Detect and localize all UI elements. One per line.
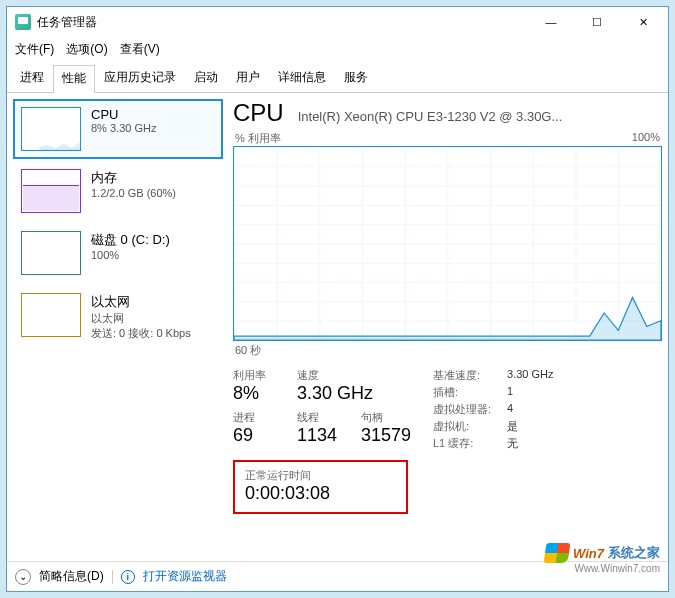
app-icon (15, 14, 31, 30)
sidebar: CPU 8% 3.30 GHz 内存 1.2/2.0 GB (60%) 磁盘 0… (13, 99, 223, 561)
menu-view[interactable]: 查看(V) (120, 41, 160, 58)
tab-app-history[interactable]: 应用历史记录 (95, 64, 185, 92)
windows-flag-icon (544, 543, 571, 563)
task-manager-window: 任务管理器 — ☐ ✕ 文件(F) 选项(O) 查看(V) 进程 性能 应用历史… (6, 6, 669, 592)
sidebar-mem-title: 内存 (91, 169, 176, 187)
sidebar-item-disk[interactable]: 磁盘 0 (C: D:) 100% (13, 223, 223, 283)
sidebar-cpu-title: CPU (91, 107, 156, 122)
tab-details[interactable]: 详细信息 (269, 64, 335, 92)
sidebar-item-memory[interactable]: 内存 1.2/2.0 GB (60%) (13, 161, 223, 221)
resmon-icon: i (121, 570, 135, 584)
uptime-label: 正常运行时间 (245, 468, 396, 483)
cpu-stats: 利用率 8% 速度 3.30 GHz 进程 69 (233, 368, 662, 514)
stat-speed: 速度 3.30 GHz (297, 368, 373, 404)
cpu-details: 基准速度:3.30 GHz 插槽:1 虚拟处理器:4 虚拟机:是 L1 缓存:无 (433, 368, 554, 514)
cpu-mini-chart (21, 107, 81, 151)
stat-processes: 进程 69 (233, 410, 283, 446)
tab-users[interactable]: 用户 (227, 64, 269, 92)
cpu-chart-svg (234, 147, 661, 340)
stat-threads: 线程 1134 (297, 410, 347, 446)
sidebar-mem-sub: 1.2/2.0 GB (60%) (91, 187, 176, 199)
main-panel: CPU Intel(R) Xeon(R) CPU E3-1230 V2 @ 3.… (233, 99, 662, 561)
minimize-button[interactable]: — (528, 7, 574, 37)
menu-options[interactable]: 选项(O) (66, 41, 107, 58)
menu-file[interactable]: 文件(F) (15, 41, 54, 58)
sidebar-net-sub2: 发送: 0 接收: 0 Kbps (91, 326, 191, 341)
memory-mini-chart (21, 169, 81, 213)
chart-xlabel: 60 秒 (235, 343, 261, 358)
tab-services[interactable]: 服务 (335, 64, 377, 92)
main-header: CPU Intel(R) Xeon(R) CPU E3-1230 V2 @ 3.… (233, 99, 662, 127)
chart-ylabel: % 利用率 (235, 131, 281, 146)
fewer-details-label[interactable]: 简略信息(D) (39, 568, 104, 585)
disk-mini-chart (21, 231, 81, 275)
fewer-details-button[interactable]: ⌄ (15, 569, 31, 585)
sidebar-net-sub1: 以太网 (91, 311, 191, 326)
titlebar[interactable]: 任务管理器 — ☐ ✕ (7, 7, 668, 37)
chart-ymax: 100% (632, 131, 660, 146)
tabstrip: 进程 性能 应用历史记录 启动 用户 详细信息 服务 (7, 64, 668, 93)
stat-utilization: 利用率 8% (233, 368, 283, 404)
content-area: CPU 8% 3.30 GHz 内存 1.2/2.0 GB (60%) 磁盘 0… (7, 93, 668, 561)
tab-performance[interactable]: 性能 (53, 65, 95, 93)
tab-processes[interactable]: 进程 (11, 64, 53, 92)
sidebar-net-title: 以太网 (91, 293, 191, 311)
stat-handles: 句柄 31579 (361, 410, 411, 446)
sidebar-item-ethernet[interactable]: 以太网 以太网 发送: 0 接收: 0 Kbps (13, 285, 223, 349)
sidebar-disk-title: 磁盘 0 (C: D:) (91, 231, 170, 249)
watermark: Win7系统之家 Www.Winwin7.com (545, 543, 660, 563)
main-title: CPU (233, 99, 284, 127)
main-subtitle: Intel(R) Xeon(R) CPU E3-1230 V2 @ 3.30G.… (298, 109, 563, 124)
window-title: 任务管理器 (37, 14, 107, 31)
cpu-chart (233, 146, 662, 341)
uptime-value: 0:00:03:08 (245, 483, 396, 504)
close-button[interactable]: ✕ (620, 7, 666, 37)
stat-uptime-highlight: 正常运行时间 0:00:03:08 (233, 460, 408, 514)
ethernet-mini-chart (21, 293, 81, 337)
open-resmon-link[interactable]: 打开资源监视器 (143, 568, 227, 585)
tab-startup[interactable]: 启动 (185, 64, 227, 92)
footer: ⌄ 简略信息(D) i 打开资源监视器 (7, 561, 668, 591)
maximize-button[interactable]: ☐ (574, 7, 620, 37)
sidebar-cpu-sub: 8% 3.30 GHz (91, 122, 156, 134)
menubar: 文件(F) 选项(O) 查看(V) (7, 37, 668, 64)
sidebar-disk-sub: 100% (91, 249, 170, 261)
sidebar-item-cpu[interactable]: CPU 8% 3.30 GHz (13, 99, 223, 159)
